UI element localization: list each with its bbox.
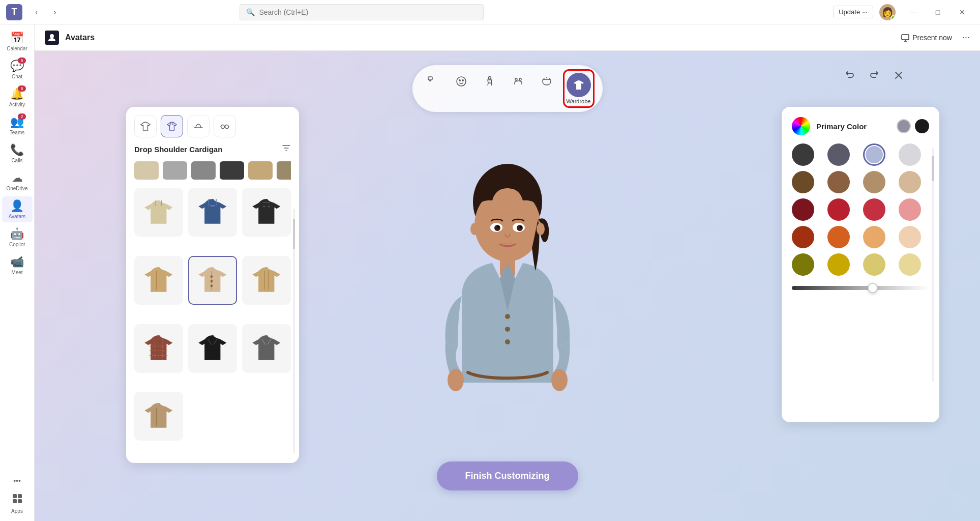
color-swatch[interactable] [792,143,814,166]
app-header: Avatars Present now ··· [35,24,980,51]
wardrobe-tab-hat[interactable] [187,115,210,137]
sidebar-item-chat[interactable]: 💬 6 Chat [2,56,33,82]
sidebar-item-copilot[interactable]: 🤖 Copilot [2,224,33,250]
swatch-item[interactable] [134,161,159,180]
sidebar-item-calendar[interactable]: 📅 Calendar [2,28,33,54]
swatch-item[interactable] [277,161,291,180]
close-button[interactable]: ✕ [951,4,974,20]
toolbar-wardrobe-button[interactable] [567,73,591,97]
color-swatch[interactable] [899,253,921,276]
nav-controls: ‹ › [28,4,63,20]
wardrobe-tab-shirt[interactable] [134,115,157,137]
sidebar-item-meet[interactable]: 📹 Meet [2,252,33,278]
color-swatch[interactable] [827,171,850,193]
swatch-item[interactable] [191,161,216,180]
svg-point-33 [497,226,499,228]
clothing-item[interactable] [134,324,183,373]
svg-point-17 [268,206,270,208]
color-swatch[interactable] [792,226,814,248]
clothing-item[interactable] [188,188,237,237]
customizer-area: Wardrobe [35,51,980,521]
color-swatch-selected[interactable] [863,143,885,166]
toolbar-reactions-button[interactable] [421,69,445,94]
color-swatch[interactable] [827,253,850,276]
maximize-button[interactable]: □ [926,4,949,20]
swatch-item[interactable] [248,161,273,180]
header-more-button[interactable]: ··· [962,32,970,43]
finish-customizing-button[interactable]: Finish Customizing [437,461,578,490]
color-swatch[interactable] [792,253,814,276]
toolbar-gestures-button[interactable] [506,69,530,94]
toolbar-accessories-button[interactable] [534,69,559,94]
wardrobe-highlight: Wardrobe [563,69,595,108]
filter-icon[interactable] [282,143,291,155]
color-swatch[interactable] [899,171,921,193]
color-swatch[interactable] [827,143,850,166]
sidebar-label-calendar: Calendar [7,46,27,51]
sidebar-label-teams: Teams [10,130,24,135]
color-swatch[interactable] [792,171,814,193]
clothing-item[interactable] [242,324,291,373]
color-swatch[interactable] [827,198,850,221]
color-panel-scrollbar-thumb[interactable] [932,156,934,181]
forward-button[interactable]: › [47,4,63,20]
activity-badge: 6 [18,85,26,92]
color-swatch[interactable] [863,226,885,248]
color-swatch[interactable] [899,226,921,248]
color-swatch[interactable] [899,198,921,221]
selected-color-2[interactable] [915,119,929,133]
color-swatch[interactable] [899,143,921,166]
sidebar-item-apps[interactable]: Apps [2,490,33,517]
sidebar-item-activity[interactable]: 🔔 6 Activity [2,84,33,110]
search-input[interactable] [259,8,477,16]
clothing-item[interactable] [134,256,183,305]
svg-point-8 [459,80,460,81]
swatch-item[interactable] [220,161,244,180]
wardrobe-tab-jacket[interactable] [161,115,183,137]
apps-icon [12,493,23,507]
sidebar-item-teams[interactable]: 👥 2 Teams [2,112,33,138]
color-swatch[interactable] [863,253,885,276]
color-swatch[interactable] [792,198,814,221]
clothing-item[interactable] [134,392,183,441]
clothing-item[interactable] [242,256,291,305]
color-swatch[interactable] [863,171,885,193]
clothing-item[interactable] [134,188,183,237]
sidebar-item-avatars[interactable]: 👤 Avatars [2,196,33,222]
selected-color-1[interactable] [897,119,911,133]
color-wheel-icon [792,117,810,135]
search-bar[interactable]: 🔍 [240,4,484,20]
redo-button[interactable] [864,65,884,85]
clothing-item[interactable] [242,188,291,237]
clothing-item[interactable] [188,324,237,373]
present-now-button[interactable]: Present now [897,32,956,44]
titlebar: T ‹ › 🔍 Update ··· 👩 — □ ✕ [0,0,980,24]
svg-point-4 [50,34,54,38]
close-customizer-button[interactable] [888,65,909,85]
update-button[interactable]: Update ··· [833,6,873,18]
clothing-item-selected[interactable] [188,256,237,305]
wardrobe-tab-glasses[interactable] [214,115,236,137]
sidebar-label-calls: Calls [11,158,22,163]
user-avatar[interactable]: 👩 [879,4,896,20]
svg-point-20 [211,284,213,287]
scrollbar-thumb[interactable] [293,219,295,249]
back-button[interactable]: ‹ [28,4,45,20]
sidebar-item-calls[interactable]: 📞 Calls [2,140,33,166]
sidebar-item-onedrive[interactable]: ☁ OneDrive [2,168,33,194]
minimize-button[interactable]: — [902,4,925,20]
toolbar-face-button[interactable] [449,69,473,94]
slider-thumb[interactable] [868,283,878,293]
copilot-icon: 🤖 [10,227,24,241]
undo-button[interactable] [840,65,860,85]
sidebar-label-apps: Apps [11,508,23,514]
svg-point-31 [494,225,500,231]
toolbar-body-button[interactable] [478,69,502,94]
sidebar-item-more[interactable]: ••• [2,474,33,488]
svg-point-11 [515,78,517,80]
svg-point-23 [505,314,510,319]
color-swatch[interactable] [863,198,885,221]
avatar-center [421,154,594,439]
color-swatch[interactable] [827,226,850,248]
swatch-item[interactable] [163,161,187,180]
